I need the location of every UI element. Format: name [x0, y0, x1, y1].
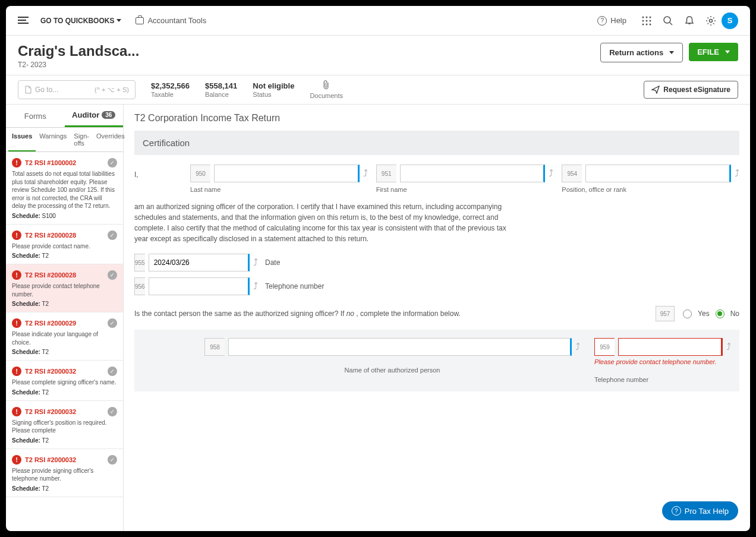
- code-951: 951: [376, 165, 396, 182]
- gear-icon[interactable]: [700, 10, 722, 31]
- check-icon[interactable]: ✓: [108, 407, 117, 416]
- help-link[interactable]: ? Help: [597, 16, 626, 26]
- help-btn-label: Pro Tax Help: [685, 507, 729, 516]
- other-phone-input[interactable]: [618, 338, 723, 356]
- error-icon: !: [12, 270, 21, 280]
- tab-auditor[interactable]: Auditor 36: [65, 105, 124, 127]
- issue-schedule: Schedule: T2: [12, 349, 117, 355]
- stat-balance: $558,141 Balance: [205, 81, 237, 98]
- error-icon: !: [12, 158, 21, 168]
- subtab-overrides[interactable]: Overrides: [93, 128, 128, 151]
- question-post: , complete the information below.: [354, 309, 461, 318]
- goto-input[interactable]: Go to... (^ + ⌥ + S): [18, 80, 136, 99]
- accountant-tools-link[interactable]: Accountant Tools: [136, 16, 206, 25]
- bell-icon[interactable]: [679, 10, 700, 31]
- check-icon[interactable]: ✓: [108, 455, 117, 465]
- issue-item[interactable]: !T2 RSI #2000032✓Please provide signing …: [6, 449, 123, 497]
- issue-item[interactable]: !T2 RSI #2000029✓Please indicate your la…: [6, 312, 123, 361]
- svg-point-8: [650, 23, 651, 25]
- radio-no[interactable]: [716, 309, 724, 318]
- check-icon[interactable]: ✓: [108, 367, 117, 376]
- issue-schedule: Schedule: T2: [12, 252, 117, 259]
- issue-description: Please complete signing officer's name.: [12, 378, 117, 387]
- code-957: 957: [656, 306, 675, 321]
- question-pre: Is the contact person the same as the au…: [134, 309, 346, 318]
- no-label: No: [730, 309, 739, 318]
- taxable-value: $2,352,566: [151, 81, 190, 90]
- subtab-signoffs[interactable]: Sign-offs: [70, 128, 93, 151]
- issue-schedule: Schedule: T2: [12, 437, 117, 444]
- certification-text: am an authorized signing officer of the …: [134, 201, 521, 244]
- check-icon[interactable]: ✓: [108, 230, 117, 240]
- issue-item[interactable]: !T2 RSI #2000028✓Please provide contact …: [6, 225, 123, 265]
- jump-icon[interactable]: ⤴: [549, 168, 553, 179]
- date-input[interactable]: [149, 254, 250, 271]
- issue-item[interactable]: !T2 RSI #2000032✓Signing officer's posit…: [6, 401, 123, 449]
- position-label: Position, office or rank: [562, 186, 739, 193]
- issue-title: T2 RSI #2000028: [25, 232, 76, 239]
- request-esignature-button[interactable]: Request eSignature: [644, 81, 738, 99]
- lastname-label: Last name: [190, 186, 368, 193]
- jump-icon[interactable]: ⤴: [253, 257, 258, 268]
- return-actions-button[interactable]: Return actions: [600, 43, 683, 62]
- taxable-label: Taxable: [151, 91, 174, 98]
- svg-line-10: [670, 23, 672, 25]
- subtab-warnings[interactable]: Warnings: [36, 128, 70, 151]
- jump-icon[interactable]: ⤴: [253, 281, 258, 292]
- tab-forms[interactable]: Forms: [6, 105, 65, 127]
- docs-label: Documents: [310, 92, 343, 99]
- issue-item[interactable]: !T2 RSI #2000032✓Please complete signing…: [6, 361, 123, 401]
- subtab-issues[interactable]: Issues: [8, 128, 36, 151]
- firstname-input[interactable]: [400, 165, 546, 182]
- svg-point-5: [650, 20, 651, 21]
- issue-title: T2 RSI #1000002: [25, 159, 76, 166]
- issue-item[interactable]: !T2 RSI #1000002✓Total assets do not equ…: [6, 152, 123, 225]
- issue-description: Please provide contact name.: [12, 242, 117, 251]
- balance-value: $558,141: [205, 81, 237, 90]
- stat-status: Not eligible Status: [253, 81, 294, 98]
- issue-item[interactable]: !T2 RSI #2000028✓Please provide contact …: [6, 264, 123, 312]
- error-icon: !: [12, 230, 21, 240]
- jump-icon[interactable]: ⤴: [575, 342, 580, 352]
- check-icon[interactable]: ✓: [108, 158, 117, 168]
- goto-quickbooks-link[interactable]: GO TO QUICKBOOKS: [40, 17, 121, 25]
- balance-label: Balance: [205, 91, 229, 98]
- menu-icon[interactable]: [18, 17, 29, 25]
- jump-icon[interactable]: ⤴: [363, 168, 368, 179]
- svg-point-1: [646, 16, 648, 18]
- issues-list[interactable]: !T2 RSI #1000002✓Total assets do not equ…: [6, 152, 123, 531]
- phone-input[interactable]: [149, 277, 250, 295]
- efile-button[interactable]: EFILE: [689, 43, 738, 61]
- issue-schedule: Schedule: T2: [12, 301, 117, 307]
- check-icon[interactable]: ✓: [108, 270, 117, 280]
- svg-point-4: [646, 20, 648, 21]
- check-icon[interactable]: ✓: [108, 318, 117, 328]
- radio-yes[interactable]: [683, 309, 692, 318]
- avatar[interactable]: S: [722, 12, 738, 29]
- i-label: I,: [134, 165, 182, 179]
- yes-label: Yes: [698, 309, 710, 318]
- help-icon: ?: [672, 506, 681, 516]
- issue-description: Please provide signing officer's telepho…: [12, 467, 117, 483]
- question-no-italic: no: [346, 309, 354, 318]
- stat-taxable: $2,352,566 Taxable: [151, 81, 190, 98]
- issue-description: Please indicate your language of choice.: [12, 330, 117, 346]
- other-name-input[interactable]: [228, 338, 572, 356]
- jump-icon[interactable]: ⤴: [726, 342, 731, 352]
- auditor-label: Auditor: [72, 110, 99, 119]
- pro-tax-help-button[interactable]: ? Pro Tax Help: [662, 501, 738, 520]
- svg-point-7: [646, 23, 648, 25]
- search-icon[interactable]: [657, 10, 679, 31]
- issue-title: T2 RSI #2000029: [25, 320, 76, 327]
- stat-documents[interactable]: Documents: [310, 80, 343, 99]
- code-955: 955: [134, 254, 145, 271]
- page-subtitle: T2- 2023: [18, 61, 139, 69]
- apps-icon[interactable]: [636, 10, 657, 31]
- lastname-input[interactable]: [214, 165, 360, 182]
- status-value: Not eligible: [253, 81, 294, 90]
- efile-label: EFILE: [697, 48, 719, 56]
- code-950: 950: [190, 165, 210, 182]
- jump-icon[interactable]: ⤴: [735, 168, 739, 179]
- position-input[interactable]: [585, 165, 731, 182]
- chevron-down-icon: [669, 51, 674, 54]
